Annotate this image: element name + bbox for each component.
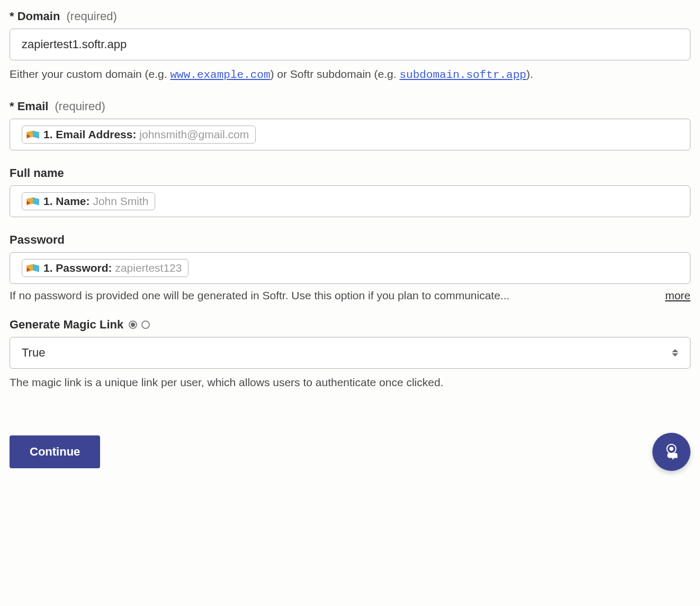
domain-value: zapiertest1.softr.app (22, 38, 127, 51)
domain-input[interactable]: zapiertest1.softr.app (10, 29, 690, 60)
email-field-group: * Email (required) 1. Email Address: joh… (10, 100, 690, 150)
zapier-icon (26, 128, 39, 141)
password-pill-label: 1. Password: (43, 262, 115, 274)
fullname-pill-value: John Smith (93, 195, 148, 207)
more-link[interactable]: more (665, 289, 690, 302)
example-domain-link[interactable]: www.example.com (170, 69, 270, 81)
magic-radio-group (129, 320, 150, 329)
continue-button[interactable]: Continue (10, 435, 100, 468)
domain-label: Domain (17, 10, 60, 23)
svg-point-1 (670, 447, 673, 450)
required-text: (required) (67, 10, 117, 23)
email-label: Email (17, 100, 49, 113)
domain-field-group: * Domain (required) zapiertest1.softr.ap… (10, 10, 690, 84)
magic-label-row: Generate Magic Link (10, 318, 690, 332)
magic-field-group: Generate Magic Link True The magic link … (10, 318, 690, 391)
magic-help-text: The magic link is a unique link per user… (10, 374, 690, 391)
password-help-text: If no password is provided one will be g… (10, 289, 509, 302)
help-fab[interactable] (652, 433, 690, 471)
fullname-field-group: Full name 1. Name: John Smith (10, 166, 690, 217)
magic-label: Generate Magic Link (10, 318, 123, 332)
required-asterisk: * (10, 10, 14, 23)
fullname-pill-label: 1. Name: (43, 195, 93, 207)
email-label-row: * Email (required) (10, 100, 690, 113)
email-pill[interactable]: 1. Email Address: johnsmith@gmail.com (22, 126, 256, 144)
password-pill[interactable]: 1. Password: zapiertest123 (22, 259, 189, 277)
fullname-label: Full name (10, 166, 64, 180)
fullname-label-row: Full name (10, 166, 690, 180)
magic-select-value: True (22, 346, 45, 360)
password-help-row: If no password is provided one will be g… (10, 289, 690, 302)
footer-bar: Continue (10, 417, 690, 471)
zapier-icon (26, 262, 39, 274)
fullname-input[interactable]: 1. Name: John Smith (10, 185, 690, 217)
domain-label-row: * Domain (required) (10, 10, 690, 23)
password-field-group: Password 1. Password: zapiertest123 If n… (10, 233, 690, 302)
email-input[interactable]: 1. Email Address: johnsmith@gmail.com (10, 119, 690, 150)
zapier-icon (26, 195, 39, 208)
domain-help-text: Either your custom domain (e.g. www.exam… (10, 66, 690, 84)
fullname-pill[interactable]: 1. Name: John Smith (22, 192, 155, 210)
required-text: (required) (55, 100, 105, 113)
email-pill-value: johnsmith@gmail.com (139, 128, 249, 140)
select-chevron-icon (672, 349, 678, 357)
password-input[interactable]: 1. Password: zapiertest123 (10, 252, 690, 284)
magic-select[interactable]: True (10, 337, 690, 369)
required-asterisk: * (10, 100, 14, 113)
help-chat-icon (661, 442, 681, 462)
password-label-row: Password (10, 233, 690, 247)
email-pill-label: 1. Email Address: (43, 128, 139, 140)
magic-radio-off[interactable] (141, 320, 150, 329)
magic-radio-on[interactable] (129, 320, 137, 329)
softr-subdomain-link[interactable]: subdomain.softr.app (399, 69, 526, 81)
password-label: Password (10, 233, 65, 246)
password-pill-value: zapiertest123 (115, 262, 182, 274)
